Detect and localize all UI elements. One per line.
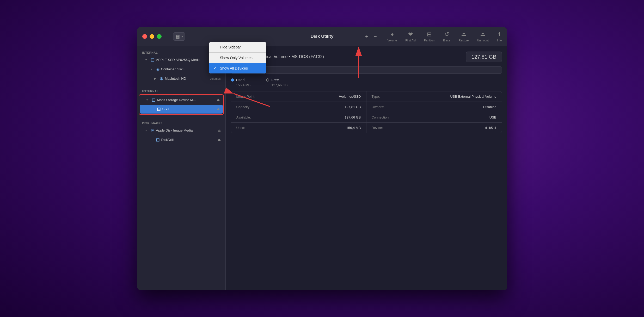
- titlebar: ▦ ▾ Disk Utility + − ♦ Volume ❤ First Ai…: [137, 27, 507, 46]
- checkmark-icon: ✓: [214, 66, 218, 70]
- used-info-row: Used: 156,4 MB: [231, 123, 366, 133]
- view-icon: ▦: [175, 34, 180, 39]
- first-aid-icon: ❤: [408, 31, 413, 38]
- dropdown-hide-sidebar[interactable]: Hide Sidebar: [209, 42, 266, 52]
- drive-icon: ⊟: [157, 106, 161, 112]
- mount-point-label: Mount Point:: [236, 95, 270, 98]
- view-toggle-button[interactable]: ▦ ▾: [173, 32, 185, 41]
- connection-row: Connection: USB: [366, 112, 502, 123]
- add-button[interactable]: +: [363, 33, 371, 40]
- maximize-button[interactable]: [157, 34, 162, 39]
- drive-icon: ⊟: [151, 128, 155, 133]
- erase-icon: ↺: [444, 31, 449, 38]
- disk-usage-bar: [231, 66, 502, 74]
- type-row: Type: USB External Physical Volume: [366, 91, 502, 102]
- eject-icon[interactable]: ⏏: [218, 128, 221, 132]
- chevron-icon: ▾: [146, 98, 150, 101]
- drive-icon: ⊟: [156, 137, 160, 143]
- traffic-lights: [142, 34, 162, 39]
- used-label: Used: [231, 78, 251, 82]
- device-value: disk5s1: [406, 126, 496, 130]
- owners-value: Disabled: [406, 105, 496, 109]
- used-info-label: Used:: [236, 126, 270, 130]
- used-usage-item: Used 156,4 MB: [231, 78, 251, 87]
- available-value: 127,66 GB: [270, 115, 361, 119]
- first-aid-button[interactable]: ❤ First Aid: [405, 31, 416, 42]
- capacity-row: Capacity: 127,81 GB: [231, 102, 366, 112]
- main-content: USB External Physical Volume • MS-DOS (F…: [226, 46, 507, 290]
- close-button[interactable]: [142, 34, 147, 39]
- connection-label: Connection:: [372, 115, 406, 119]
- connection-value: USB: [406, 115, 496, 119]
- available-label: Available:: [236, 115, 270, 119]
- unmount-button[interactable]: ⏏ Unmount: [477, 31, 489, 42]
- capacity-label: Capacity:: [236, 105, 270, 109]
- device-row: Device: disk5s1: [366, 123, 502, 133]
- external-device-group: ▾ ⊟ Mass Storage Device M... ⏏ ▾ ⊟ SSD ⏏: [139, 94, 224, 115]
- eject-icon[interactable]: ⏏: [218, 138, 221, 142]
- erase-button[interactable]: ↺ Erase: [443, 31, 450, 42]
- minimize-button[interactable]: [150, 34, 154, 39]
- used-dot: [231, 78, 234, 82]
- chevron-icon: ▾: [151, 68, 154, 71]
- remove-button[interactable]: −: [371, 33, 379, 40]
- drive-icon: ⊟: [152, 97, 156, 103]
- sidebar: Internal ▾ ⊟ APPLE SSD AP0256Q Media ▾ ◈…: [137, 46, 226, 290]
- free-usage-item: Free 127,66 GB: [266, 78, 287, 87]
- device-label: Device:: [372, 126, 406, 130]
- external-section-label: External: [137, 88, 225, 94]
- drive-icon: ⊟: [151, 57, 155, 63]
- partition-icon: ⊟: [427, 31, 432, 38]
- info-icon: ℹ: [498, 31, 500, 38]
- sidebar-item-apple-disk-image[interactable]: ▾ ⊟ Apple Disk Image Media ⏏: [139, 126, 224, 135]
- mount-point-value: /Volumes/SSD: [270, 95, 361, 98]
- window-title: Disk Utility: [311, 34, 334, 39]
- free-label: Free: [266, 78, 287, 82]
- type-value: USB External Physical Volume: [406, 95, 496, 98]
- sidebar-item-ssd[interactable]: ▾ ⊟ SSD ⏏: [140, 105, 223, 114]
- device-header: USB External Physical Volume • MS-DOS (F…: [231, 52, 502, 62]
- free-dot: [266, 78, 269, 82]
- owners-row: Owners: Disabled: [366, 102, 502, 112]
- add-remove-buttons: + −: [363, 33, 379, 40]
- unmount-icon: ⏏: [480, 31, 486, 38]
- sidebar-item-diskdrill[interactable]: ▾ ⊟ DiskDrill ⏏: [139, 135, 224, 144]
- volume-button[interactable]: ♦ Volume: [387, 31, 397, 42]
- disk-images-section-label: Disk Images: [137, 120, 225, 126]
- dropdown-show-all-devices[interactable]: ✓ Show All Devices: [209, 63, 266, 73]
- sidebar-item-macintosh-hd[interactable]: ▶ ⊕ Macintosh HD volumes: [139, 74, 224, 83]
- toolbar-actions: + − ♦ Volume ❤ First Aid ⊟ Partition ↺ E…: [363, 31, 502, 42]
- eject-icon[interactable]: ⏏: [217, 98, 220, 102]
- usage-row: Used 156,4 MB Free 127,66 GB: [231, 78, 502, 87]
- chevron-down-icon: ▾: [181, 35, 183, 38]
- mount-point-row: Mount Point: /Volumes/SSD: [231, 91, 366, 102]
- restore-button[interactable]: ⏏ Restore: [459, 31, 469, 42]
- chevron-icon: ▾: [145, 129, 149, 132]
- device-size-badge: 127,81 GB: [466, 52, 502, 62]
- layers-icon: ⊕: [160, 76, 163, 82]
- type-label: Type:: [372, 95, 406, 98]
- chevron-icon: ▾: [145, 58, 149, 61]
- used-value: 156,4 MB: [231, 83, 251, 87]
- container-icon: ◈: [156, 66, 160, 72]
- capacity-value: 127,81 GB: [270, 105, 361, 109]
- window-body: Internal ▾ ⊟ APPLE SSD AP0256Q Media ▾ ◈…: [137, 46, 507, 290]
- owners-label: Owners:: [372, 105, 406, 109]
- view-dropdown-menu[interactable]: Hide Sidebar Show Only Volumes ✓ Show Al…: [209, 42, 266, 73]
- free-value: 127,66 GB: [266, 83, 287, 87]
- titlebar-left: ▦ ▾: [142, 32, 185, 41]
- available-row: Available: 127,66 GB: [231, 112, 366, 123]
- volumes-sublabel: volumes: [210, 77, 221, 80]
- info-grid: Mount Point: /Volumes/SSD Capacity: 127,…: [231, 91, 502, 133]
- used-info-value: 156,4 MB: [270, 126, 361, 130]
- info-button[interactable]: ℹ Info: [497, 31, 502, 42]
- sidebar-item-mass-storage[interactable]: ▾ ⊟ Mass Storage Device M... ⏏: [140, 96, 223, 104]
- dropdown-show-only-volumes[interactable]: Show Only Volumes: [209, 53, 266, 63]
- chevron-icon: ▶: [154, 77, 158, 80]
- partition-button[interactable]: ⊟ Partition: [424, 31, 434, 42]
- eject-icon[interactable]: ⏏: [217, 107, 220, 111]
- volume-icon: ♦: [391, 31, 394, 38]
- restore-icon: ⏏: [461, 31, 467, 38]
